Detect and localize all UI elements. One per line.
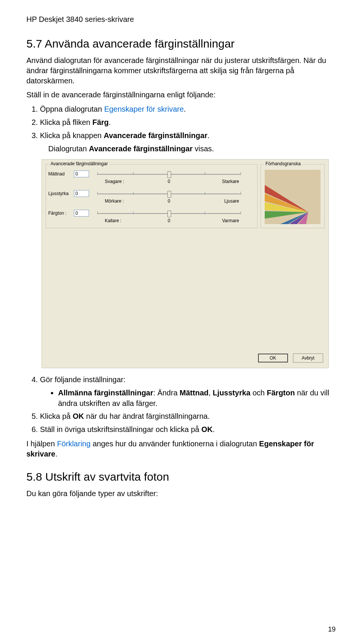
step-4: Gör följande inställningar: Allmänna fär…: [40, 374, 336, 409]
advanced-color-settings-dialog: Avancerade färginställningar Mättnad 0 S…: [41, 159, 329, 368]
step-5-a: Klicka på: [40, 412, 73, 420]
step-5-b: när du har ändrat färginställningarna.: [84, 412, 210, 420]
section-5-8-intro: Du kan göra följande typer av utskrifter…: [26, 489, 336, 499]
step-2: Klicka på fliken Färg.: [40, 117, 336, 128]
step-3-note-b: visas.: [193, 144, 214, 153]
slider-thumb[interactable]: [167, 211, 171, 217]
step-3: Klicka på knappen Avancerade färginställ…: [40, 130, 336, 154]
b4-3: Ljusstyrka: [213, 389, 250, 397]
steps-4-6: Gör följande inställningar: Allmänna fär…: [26, 374, 336, 435]
step-6-bold: OK: [201, 425, 213, 433]
row-brightness: Ljusstyrka 0 Mörkare : 0 Ljusare: [48, 190, 254, 207]
row-hue: Färgton : 0 Kallare : 0 Varmare: [48, 210, 254, 227]
step-6-b: .: [213, 425, 215, 433]
input-saturation[interactable]: 0: [74, 171, 89, 177]
section-5-7-outro: I hjälpen Förklaring anges hur du använd…: [26, 439, 336, 459]
outro-c: .: [55, 450, 58, 458]
input-hue[interactable]: 0: [74, 210, 89, 217]
section-5-7-intro: Använd dialogrutan för avancerade färgin…: [26, 55, 336, 86]
cancel-button[interactable]: Avbryt: [293, 354, 323, 363]
b4-m1: : Ändra: [153, 389, 179, 397]
slider-sat-right: Starkare: [222, 179, 239, 184]
step-2-b: .: [109, 118, 111, 126]
label-hue: Färgton :: [48, 211, 73, 216]
slider-brightness[interactable]: [97, 192, 241, 197]
slider-saturation[interactable]: [97, 173, 241, 177]
slider-thumb[interactable]: [167, 191, 171, 198]
ok-button[interactable]: OK: [258, 354, 288, 363]
b4-m2: ,: [209, 389, 213, 397]
slider-hue-center: 0: [97, 218, 241, 223]
link-printer-properties[interactable]: Egenskaper för skrivare: [104, 105, 184, 113]
page-header: HP Deskjet 3840 series-skrivare: [26, 15, 336, 24]
preview-image: [265, 170, 321, 224]
step-6-a: Ställ in övriga utskriftsinställningar o…: [40, 425, 201, 433]
section-5-7-title: 5.7 Använda avancerade färginställningar: [26, 37, 336, 50]
section-5-7-lead: Ställ in de avancerade färginställningar…: [26, 90, 336, 100]
step-3-note: Dialogrutan Avancerade färginställningar…: [48, 143, 336, 154]
slider-hue[interactable]: [97, 212, 241, 217]
group-advanced-color-legend: Avancerade färginställningar: [49, 161, 109, 166]
section-5-8-title: 5.8 Utskrift av svartvita foton: [26, 470, 336, 483]
slider-thumb[interactable]: [167, 171, 171, 178]
pencils-icon: [265, 170, 321, 224]
outro-a: I hjälpen: [26, 440, 57, 448]
step-6: Ställ in övriga utskriftsinställningar o…: [40, 424, 336, 435]
b4-m3: och: [250, 389, 267, 397]
slider-sat-center: 0: [97, 179, 241, 184]
steps-1-3: Öppna dialogrutan Egenskaper för skrivar…: [26, 104, 336, 154]
input-brightness[interactable]: 0: [74, 190, 89, 197]
group-preview-legend: Förhandsgranska: [264, 161, 302, 166]
step-2-a: Klicka på fliken: [40, 118, 92, 126]
step-1-b: .: [184, 105, 186, 113]
slider-bri-center: 0: [97, 198, 241, 204]
slider-bri-right: Ljusare: [224, 198, 239, 204]
label-brightness: Ljusstyrka: [48, 191, 73, 196]
b4-4: Färgton: [267, 389, 295, 397]
step-4-text: Gör följande inställningar:: [40, 375, 126, 384]
step-3-a: Klicka på knappen: [40, 131, 104, 140]
outro-b: anges hur du använder funktionerna i dia…: [90, 440, 259, 448]
step-1: Öppna dialogrutan Egenskaper för skrivar…: [40, 104, 336, 115]
step-5: Klicka på OK när du har ändrat färginstä…: [40, 411, 336, 422]
step-3-note-bold: Avancerade färginställningar: [89, 144, 193, 153]
step-5-bold: OK: [73, 412, 84, 420]
b4-2: Mättnad: [179, 389, 209, 397]
step-2-bold: Färg: [92, 118, 109, 126]
group-preview: Förhandsgranska: [261, 164, 325, 228]
group-advanced-color: Avancerade färginställningar Mättnad 0 S…: [46, 164, 258, 228]
page-number: 19: [328, 626, 336, 633]
slider-hue-right: Varmare: [222, 218, 239, 223]
document-page: HP Deskjet 3840 series-skrivare 5.7 Anvä…: [0, 0, 362, 644]
step-1-a: Öppna dialogrutan: [40, 105, 104, 113]
step-3-bold: Avancerade färginställningar: [104, 131, 207, 140]
step-4-bullets: Allmänna färginställningar: Ändra Mättna…: [48, 387, 336, 409]
step-3-note-a: Dialogrutan: [48, 144, 89, 153]
link-explanation[interactable]: Förklaring: [57, 440, 90, 448]
label-saturation: Mättnad: [48, 171, 73, 177]
step-4-bullet-1: Allmänna färginställningar: Ändra Mättna…: [58, 387, 336, 409]
dialog-buttons: OK Avbryt: [254, 354, 323, 363]
row-saturation: Mättnad 0 Svagare : 0 Starkare: [48, 171, 254, 188]
b4-1: Allmänna färginställningar: [58, 389, 153, 397]
step-3-b: .: [207, 131, 210, 140]
